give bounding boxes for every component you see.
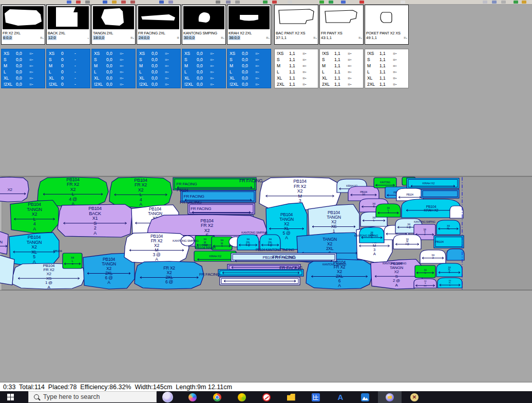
size-label: L [139,69,151,75]
pattern-thumbnail-cell[interactable]: KANTONG SMPING30:0,0=- [182,5,226,45]
taskbar-icon-app-a[interactable]: A [329,391,352,403]
marker-piece[interactable]: X4L4 [63,253,82,268]
size-quantity: 1,1 [379,69,393,75]
taskbar-icon-game-app[interactable]: ✕ [403,391,426,403]
pattern-count-value[interactable]: 49:1,1 [366,35,377,40]
marker-piece[interactable]: PB104FR X2X2L4A [109,177,172,207]
taskbar-icon-marker-app[interactable] [378,391,402,403]
size-row: XL0,0=- [139,75,180,81]
marker-piece[interactable]: X4XL5 [438,278,462,288]
marker-piece[interactable]: KANTONG [374,178,396,188]
size-table-cell[interactable]: !XS1,1=-S1,1=-M1,1=-L1,1=-XL1,1=-2XL1,1=… [319,49,364,88]
clipped-toolbar-icon [121,1,126,4]
size-suffix: =- [120,50,124,56]
marker-piece[interactable] [220,277,300,285]
size-row: 2XL1,1=- [367,81,408,87]
size-suffix: =- [120,69,124,75]
size-table-cell[interactable]: XS0,0=-S0,0=-M0,0=-L0,0=-XL0,0=-!2XL0,0=… [182,49,226,88]
size-label: M [49,63,61,69]
cortana-button[interactable] [162,392,173,402]
pattern-thumbnail-cell[interactable]: BAC PANT X2 XS37:1,1=- [274,5,318,45]
marker-piece[interactable]: X4S2@ [414,279,436,288]
marker-piece[interactable]: X4XL5 [436,263,462,277]
size-table-cell[interactable]: XS0-S0-M0-L0-XL0-!2XL0- [46,49,90,88]
size-row: M0,0=- [139,63,180,69]
pattern-count-value[interactable]: 37:1,1 [276,35,287,40]
pattern-count-value[interactable]: 24:0,0 [138,35,150,40]
pattern-thumbnail-cell[interactable]: BACK 2XL12:0- [46,5,90,45]
photos-icon [361,393,369,401]
marker-piece[interactable]: X2 [0,177,29,202]
size-label: XL [139,75,151,81]
size-table-cell[interactable]: !XS1,1=-S1,1=-M1,1=-L1,1=-XL1,1=-2XL1,1=… [274,49,318,88]
marker-piece[interactable]: KRAH X2 [407,178,459,188]
pattern-count-value[interactable]: 18:0,0 [93,35,105,40]
pattern-thumbnail-cell[interactable]: FR FACING 2XL24:0,0= [137,5,181,45]
pattern-thumbnail-cell[interactable]: KRAH X2 2XL36:0,0=- [227,5,271,45]
marker-piece[interactable]: PB104TANGNX2XL5A [9,233,59,266]
start-button[interactable] [7,394,14,401]
marker-piece[interactable]: KRAH X2 [194,251,236,261]
size-suffix: =- [255,81,259,87]
marker-piece[interactable]: PB104 [396,188,423,201]
size-suffix: =- [348,50,352,56]
size-suffix: =- [29,75,33,81]
pattern-thumbnail-cell[interactable]: POKET PANT X2 XS49:1,1=- [365,5,409,45]
pattern-count-value[interactable]: 36:0,0 [229,35,240,40]
pattern-count-suffix: = [177,35,179,40]
marker-piece[interactable]: X4M3 @ [393,235,421,249]
size-row: XL0- [49,75,90,81]
taskbar-icon-clock-app[interactable] [255,391,278,403]
pattern-thumbnail-cell[interactable]: FR X2 2XL6:0,0=- [1,5,45,45]
marker-piece[interactable]: X4L4 [376,204,401,217]
marker-piece[interactable] [447,249,464,260]
taskbar-icon-wps[interactable] [230,391,254,403]
pattern-count-suffix: =- [266,35,270,40]
pattern-thumbnail-cell[interactable]: FR PANT XS43:1,1=- [319,5,364,45]
pattern-thumbnail-cell[interactable]: TANGN 2XL18:0,0=- [91,5,136,45]
taskbar-icon-chrome[interactable] [205,391,229,403]
marker-nesting-area[interactable]: X2PB104FR X2X2L4 @APB104FR X2X2L4AFR FAC… [0,175,532,291]
game-app-icon: ✕ [410,393,419,401]
taskbar-search-input[interactable]: Type here to search [28,391,157,402]
size-table-cell[interactable]: XS0,0=-S0,0=-M0,0=-L0,0=-XL0,0=-!2XL0,0=… [227,49,271,88]
taskbar-icon-file-explorer[interactable] [279,391,303,403]
size-quantity: 0 [61,63,74,69]
marker-piece[interactable]: X4XL [436,220,460,235]
taskbar-icon-photos[interactable] [353,391,377,403]
search-icon [34,394,39,399]
size-quantity: 0,0 [106,56,120,63]
marker-piece[interactable] [421,189,459,198]
marker-piece[interactable]: PB104BACKX1S2A [58,204,132,237]
marker-piece[interactable] [450,206,463,218]
taskbar-icon-copilot[interactable] [181,391,204,403]
marker-piece[interactable]: PB104TANGNX2L4A [10,200,59,233]
pattern-count-row: 36:0,0=- [227,35,271,40]
piece-label: 6 @ [165,279,173,284]
size-row: XL1,1=- [367,75,408,81]
taskbar-icon-calculator[interactable] [304,391,328,403]
marker-piece[interactable]: PB104 [434,236,464,248]
pattern-count-value[interactable]: 6:0,0 [3,35,12,40]
size-table-cell[interactable]: XS0,0=-S0,0=-M0,0=-L0,0=-XL0,0=-!2XL0,0=… [1,49,45,88]
size-quantity: 1,1 [334,69,348,75]
size-quantity: 0 [61,50,74,56]
size-row: M1,1=- [367,63,408,69]
size-suffix: =- [120,81,124,87]
size-table-cell[interactable]: !XS1,1=-S1,1=-M1,1=-L1,1=-XL1,1=-2XL1,1=… [365,49,409,88]
size-table-cell[interactable]: XS0,0=-S0,0=-M0,0=-L0,0=-XL0,0=-!2XL0,0=… [91,49,136,88]
pattern-count-value[interactable]: 30:0,0 [183,35,195,40]
marker-piece[interactable]: X4L [415,265,435,278]
marker-piece[interactable]: FR FACING [188,203,255,214]
marker-piece[interactable]: PB104FR X2X2M3 @A [124,233,189,263]
size-suffix: =- [393,63,397,69]
marker-piece[interactable]: FR X2X22XL6 @ [135,261,204,289]
piece-label: A [285,235,288,240]
marker-piece[interactable]: X43 [420,250,446,263]
pattern-count-value[interactable]: 43:1,1 [321,35,332,40]
size-table-cell[interactable]: XS0,0=-S0,0=-M0,0=-L0,0=-XL0,0=-!2XL0,0=… [137,49,181,88]
size-suffix: - [74,81,76,87]
clipped-toolbar-icon [492,1,497,4]
pattern-count-value[interactable]: 12:0 [48,35,56,40]
file-explorer-icon [287,393,295,401]
